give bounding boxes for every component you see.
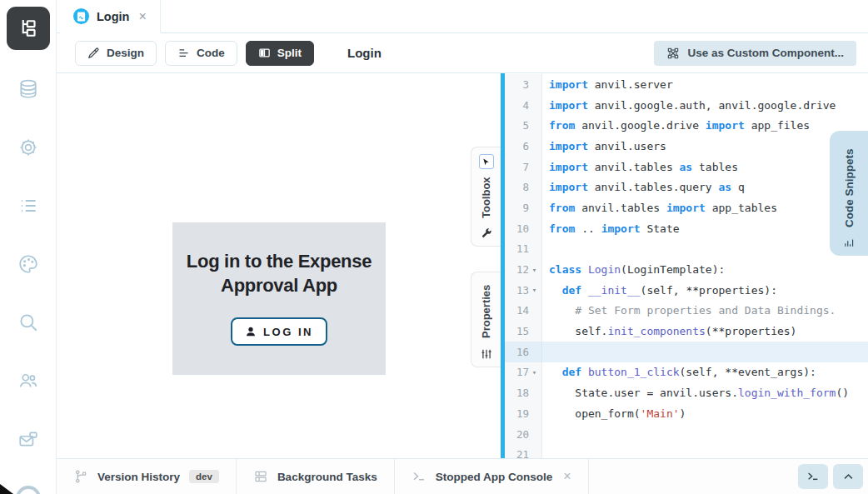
editor-line-14[interactable]: 14 # Set Form properties and Data Bindin… — [505, 301, 868, 322]
toolbox-panel-tab[interactable]: Toolbox — [471, 147, 501, 247]
editor-line-12[interactable]: 12▾class Login(LoginTemplate): — [505, 259, 868, 280]
line-number: 10 — [516, 222, 529, 235]
app-console-tab[interactable]: Stopped App Console × — [395, 459, 589, 494]
gutter-cell: 21 — [505, 444, 542, 458]
line-number: 6 — [522, 140, 529, 152]
bar-chart-icon — [843, 237, 856, 248]
use-as-custom-component-button[interactable]: Use as Custom Component... — [654, 41, 856, 66]
login-button-label: LOG IN — [263, 326, 313, 338]
line-number: 3 — [522, 78, 529, 91]
split-view-button[interactable]: Split — [246, 41, 314, 66]
design-canvas[interactable]: Log in to the Expense Approval App LOG I… — [57, 73, 501, 458]
gutter-cell: 12▾ — [505, 259, 542, 280]
editor-lines[interactable]: 3import anvil.server4import anvil.google… — [505, 74, 868, 458]
editor-line-10[interactable]: 10from .. import State — [505, 218, 868, 239]
code-text[interactable]: # Set Form properties and Data Bindings. — [542, 304, 836, 317]
database-icon[interactable] — [17, 78, 39, 100]
design-button-label: Design — [107, 47, 144, 59]
app-console-label: Stopped App Console — [436, 471, 553, 483]
code-text[interactable]: from anvil.tables import app_tables — [542, 202, 777, 214]
editor-line-7[interactable]: 7import anvil.tables as tables — [505, 157, 868, 177]
gutter-cell: 4 — [505, 95, 542, 116]
theme-palette-icon[interactable] — [17, 253, 39, 275]
properties-panel-tab[interactable]: Properties — [471, 272, 501, 367]
editor-line-4[interactable]: 4import anvil.google.auth, anvil.google.… — [505, 95, 868, 116]
code-text[interactable]: import anvil.tables.query as q — [542, 181, 745, 193]
select-cursor-tool[interactable] — [479, 154, 494, 169]
editor-line-21[interactable]: 21 — [505, 444, 868, 458]
login-button-component[interactable]: LOG IN — [231, 317, 327, 346]
design-view-button[interactable]: Design — [75, 41, 157, 66]
sliders-icon — [481, 348, 492, 360]
code-text[interactable]: import anvil.google.auth, anvil.google.d… — [542, 99, 836, 112]
split-view-icon — [258, 47, 271, 59]
expand-panel-button[interactable] — [833, 464, 863, 489]
code-text[interactable]: import anvil.tables as tables — [542, 161, 738, 173]
toolbox-label: Toolbox — [480, 172, 492, 223]
outline-list-icon[interactable] — [17, 195, 39, 217]
login-title-label[interactable]: Log in to the Expense Approval App — [182, 249, 376, 297]
open-terminal-button[interactable] — [798, 464, 828, 489]
gutter-cell: 5 — [505, 115, 542, 136]
editor-line-6[interactable]: 6import anvil.users — [505, 136, 868, 157]
code-editor[interactable]: 3import anvil.server4import anvil.google… — [505, 73, 868, 458]
code-text[interactable]: class Login(LoginTemplate): — [542, 263, 725, 276]
dev-badge: dev — [189, 470, 219, 483]
line-number: 16 — [516, 346, 529, 358]
code-text[interactable]: self.init_components(**properties) — [542, 325, 796, 337]
workspace: Log in to the Expense Approval App LOG I… — [57, 73, 868, 458]
tab-close-icon[interactable]: × — [137, 10, 147, 23]
code-text[interactable]: import anvil.users — [542, 140, 666, 152]
code-text[interactable]: def __init__(self, **properties): — [542, 284, 777, 297]
version-history-tab[interactable]: Version History dev — [57, 459, 237, 494]
gutter-cell: 9 — [505, 197, 542, 218]
app-structure-logo[interactable] — [7, 7, 50, 50]
settings-gear-icon[interactable] — [17, 137, 39, 158]
gutter-cell: 16 — [505, 342, 542, 362]
editor-line-15[interactable]: 15 self.init_components(**properties) — [505, 321, 868, 342]
users-icon[interactable] — [17, 370, 39, 392]
code-text[interactable]: def button_1_click(self, **event_args): — [542, 366, 816, 378]
version-history-label: Version History — [97, 471, 180, 483]
line-number: 12 — [516, 263, 529, 276]
partial-logo-arc — [16, 486, 41, 494]
editor-line-3[interactable]: 3import anvil.server — [505, 74, 868, 95]
editor-line-9[interactable]: 9from anvil.tables import app_tables — [505, 197, 868, 218]
editor-line-5[interactable]: 5from anvil.google.drive import app_file… — [505, 115, 868, 136]
line-number: 11 — [516, 242, 529, 255]
line-number: 20 — [516, 428, 529, 441]
fold-arrow-icon[interactable]: ▾ — [529, 286, 540, 294]
email-icon[interactable] — [17, 428, 39, 450]
line-number: 4 — [522, 99, 529, 112]
editor-line-16[interactable]: 16 — [505, 342, 868, 362]
editor-line-17[interactable]: 17▾ def button_1_click(self, **event_arg… — [505, 362, 868, 383]
code-text[interactable]: State.user = anvil.users.login_with_form… — [542, 387, 849, 399]
background-tasks-label: Background Tasks — [277, 471, 377, 483]
editor-line-18[interactable]: 18 State.user = anvil.users.login_with_f… — [505, 382, 868, 403]
code-text[interactable]: open_form('Main') — [542, 407, 686, 420]
terminal-icon — [412, 469, 427, 484]
editor-line-11[interactable]: 11 — [505, 239, 868, 260]
code-text[interactable]: from .. import State — [542, 222, 680, 235]
fold-arrow-icon[interactable]: ▾ — [529, 368, 540, 377]
editor-line-19[interactable]: 19 open_form('Main') — [505, 403, 868, 424]
code-text[interactable]: import anvil.server — [542, 78, 673, 91]
fold-arrow-icon[interactable]: ▾ — [529, 266, 540, 274]
terminal-prompt-icon — [806, 470, 820, 483]
tab-login[interactable]: Login × — [60, 0, 161, 33]
background-tasks-tab[interactable]: Background Tasks — [237, 459, 395, 494]
code-snippets-panel-tab[interactable]: Code Snippets — [830, 131, 868, 256]
line-number: 9 — [522, 202, 529, 214]
form-toolbar: Design Code Split Login — [57, 33, 868, 73]
login-card-component[interactable]: Log in to the Expense Approval App LOG I… — [172, 222, 386, 375]
editor-line-8[interactable]: 8import anvil.tables.query as q — [505, 177, 868, 197]
editor-tabbar: Login × — [57, 0, 868, 33]
code-text[interactable]: from anvil.google.drive import app_files — [542, 119, 810, 132]
chevron-up-icon — [842, 471, 855, 483]
editor-line-20[interactable]: 20 — [505, 424, 868, 445]
editor-line-13[interactable]: 13▾ def __init__(self, **properties): — [505, 280, 868, 301]
cursor-arrow-icon — [481, 157, 491, 167]
search-icon[interactable] — [17, 312, 39, 333]
code-view-button[interactable]: Code — [165, 41, 237, 66]
console-close-icon[interactable]: × — [563, 469, 571, 484]
